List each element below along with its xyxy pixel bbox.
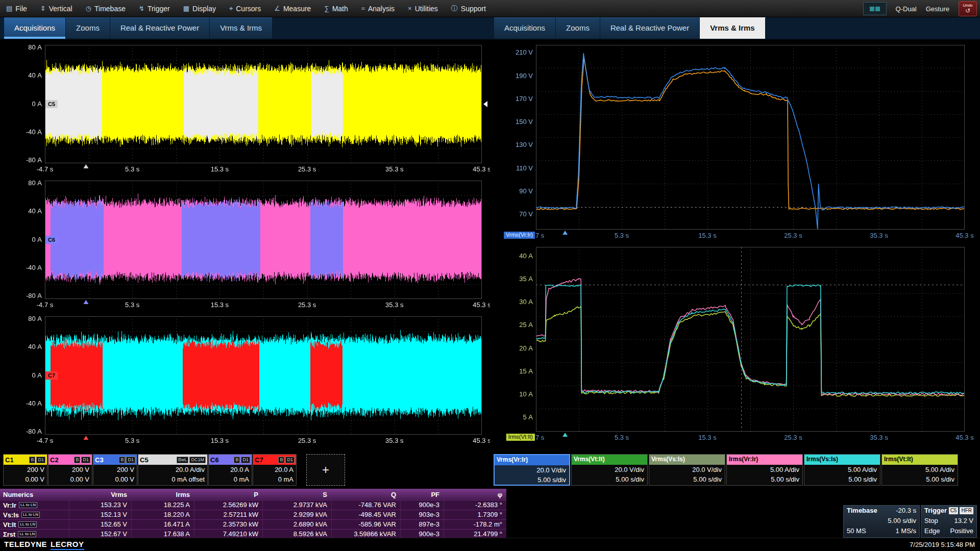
channel-c2-id: C2 — [50, 456, 59, 464]
menu-bar: ▤File ⇕Vertical ◷Timebase ↯Trigger ▦Disp… — [0, 0, 980, 17]
qdual-label[interactable]: Q-Dual — [896, 5, 917, 13]
tab-left-acquisitions[interactable]: Acquisitions — [4, 17, 66, 39]
function-body: 20.0 V/div5.00 s/div — [649, 465, 725, 485]
tab-group-left: Acquisitions Zooms Real & Reactive Power… — [4, 17, 273, 39]
channel-c7-id: C7 — [255, 456, 263, 464]
ll-to-ln-badge: LL to LN — [18, 521, 37, 528]
analysis-icon: ≈ — [361, 5, 365, 12]
timebase-offset: -20.3 s — [896, 506, 916, 516]
ll-to-ln-badge: LL to LN — [18, 531, 36, 537]
add-trace-button[interactable]: + — [306, 454, 345, 486]
support-icon: ⓘ — [451, 4, 458, 13]
left-waveform-plot-3[interactable] — [2, 312, 490, 446]
function-box-vrms-vt-it[interactable]: Vrms(Vt:It) 20.0 V/div5.00 s/div — [571, 454, 648, 486]
channel-c2-body: 200 V0.00 V — [48, 465, 92, 485]
tab-right-real-reactive-power[interactable]: Real & Reactive Power — [600, 17, 700, 39]
menu-support-label: Support — [461, 5, 486, 13]
tab-right-zooms[interactable]: Zooms — [556, 17, 600, 39]
scope-screen-left — [870, 7, 874, 11]
function-body: 20.0 V/div5.00 s/div — [572, 465, 647, 485]
q-value: -585.96 VAR — [331, 520, 400, 529]
tab-left-vrms-irms[interactable]: Vrms & Irms — [210, 17, 273, 39]
menu-math[interactable]: ∑Math — [324, 5, 348, 13]
menu-measure[interactable]: ∠Measure — [274, 5, 311, 13]
tab-right-vrms-irms[interactable]: Vrms & Irms — [700, 17, 766, 39]
menu-cursors[interactable]: ⌖Cursors — [229, 5, 261, 13]
numerics-header-title: Numerics — [0, 491, 69, 498]
function-header: Vrms(Vs:Is) — [649, 455, 725, 465]
numerics-header-p: P — [194, 491, 262, 498]
trigger-type: Edge — [924, 526, 940, 536]
brand-lecroy: LECROY — [51, 540, 84, 550]
brand-teledyne: TELEDYNE — [4, 540, 47, 548]
channel-c6-body: 20.0 A0 mA — [209, 465, 252, 485]
row-label: Vs:Is — [3, 511, 19, 519]
trigger-slope: Positive — [950, 526, 973, 536]
channel-c1-id: C1 — [5, 456, 14, 464]
channel-box-c5[interactable]: C5 BwLDC1M 20.0 A/div0 mA offset — [138, 454, 208, 486]
menu-support[interactable]: ⓘSupport — [451, 4, 486, 13]
menu-timebase[interactable]: ◷Timebase — [86, 5, 126, 13]
ll-to-ln-badge: LL to LN — [21, 512, 40, 518]
menu-trigger[interactable]: ↯Trigger — [139, 5, 170, 13]
channel-box-c3[interactable]: C3 BD1 200 V0.00 V — [93, 454, 137, 486]
menu-display[interactable]: ▦Display — [183, 5, 216, 13]
bandwidth-badge: B — [234, 457, 240, 463]
s-value: 2.9299 kVA — [262, 510, 331, 519]
gesture-label[interactable]: Gesture — [926, 5, 949, 13]
menu-math-label: Math — [332, 5, 348, 13]
left-waveform-plot-2[interactable] — [2, 177, 490, 310]
datetime-display: 7/25/2019 5:15:48 PM — [910, 541, 975, 548]
trigger-summary-box[interactable]: TriggerC5HFR Stop13.2 V EdgePositive — [921, 505, 977, 538]
channel-box-c2[interactable]: C2 BD1 200 V0.00 V — [48, 454, 92, 486]
numerics-header-s: S — [262, 491, 331, 498]
phi-value: 1.7309 ° — [444, 510, 506, 519]
undo-button[interactable]: Undo ↺ — [959, 1, 977, 16]
tab-left-real-reactive-power[interactable]: Real & Reactive Power — [110, 17, 210, 39]
tab-right-acquisitions[interactable]: Acquisitions — [494, 17, 556, 39]
function-box-irms-vt-it[interactable]: Irms(Vt:It) 5.00 A/div5.00 s/div — [881, 454, 958, 486]
scope-thumbnail[interactable] — [863, 2, 887, 15]
p-value: 2.57211 kW — [194, 510, 262, 519]
vrms-value: 152.65 V — [69, 520, 131, 529]
function-header: Irms(Vt:It) — [882, 455, 958, 465]
phi-value: -2.6383 ° — [444, 500, 506, 510]
p-value: 2.56269 kW — [194, 500, 262, 510]
menu-file[interactable]: ▤File — [6, 5, 27, 13]
channel-c7-body: 20.0 A0 mA — [253, 465, 296, 485]
numerics-header-phi: φ — [444, 491, 506, 498]
irms-value: 16.471 A — [131, 520, 194, 529]
deskew-badge: D1 — [241, 457, 250, 463]
ll-to-ln-badge: LL to LN — [19, 502, 37, 508]
bandwidth-badge: B — [278, 457, 284, 463]
vrms-value: 152.13 V — [69, 510, 131, 519]
menu-trigger-label: Trigger — [148, 5, 170, 13]
irms-trend-plot[interactable] — [491, 243, 978, 443]
function-body: 5.00 A/div5.00 s/div — [727, 465, 802, 485]
function-body: 5.00 A/div5.00 s/div — [804, 465, 880, 485]
timebase-summary-box[interactable]: Timebase-20.3 s 5.00 s/div 50 MS1 MS/s — [843, 505, 920, 538]
left-waveform-plot-1[interactable] — [2, 41, 490, 174]
numerics-row-vr-ir: Vr:IrLL to LN 153.23 V 18.225 A 2.56269 … — [0, 500, 506, 510]
s-value: 2.9737 kVA — [262, 500, 331, 510]
timebase-samplerate: 1 MS/s — [896, 526, 916, 536]
function-box-irms-vs-is[interactable]: Irms(Vs:Is) 5.00 A/div5.00 s/div — [804, 454, 880, 486]
menu-utilities[interactable]: ×Utilities — [408, 5, 438, 13]
channel-box-c7[interactable]: C7 BD1 20.0 A0 mA — [253, 454, 297, 486]
vrms-trend-plot[interactable] — [491, 41, 978, 241]
q-value: -498.45 VAR — [331, 510, 400, 519]
channel-box-c6[interactable]: C6 BD1 20.0 A0 mA — [208, 454, 252, 486]
channel-box-c1[interactable]: C1 BD1 200 V0.00 V — [3, 454, 47, 486]
function-body: 5.00 A/div5.00 s/div — [882, 465, 958, 485]
menu-vertical[interactable]: ⇕Vertical — [40, 5, 72, 13]
function-box-vrms-vs-is[interactable]: Vrms(Vs:Is) 20.0 V/div5.00 s/div — [649, 454, 725, 486]
function-box-irms-vr-ir[interactable]: Irms(Vr:Ir) 5.00 A/div5.00 s/div — [726, 454, 803, 486]
function-box-vrms-vr-ir[interactable]: Vrms(Vr:Ir) 20.0 V/div5.00 s/div — [494, 454, 570, 486]
bandwidth-badge: B — [74, 457, 80, 463]
menu-analysis[interactable]: ≈Analysis — [361, 5, 395, 13]
timebase-scale: 5.00 s/div — [888, 516, 916, 526]
deskew-badge: D1 — [81, 457, 90, 463]
tab-left-zooms[interactable]: Zooms — [66, 17, 110, 39]
pf-value: 900e-3 — [400, 500, 444, 510]
channel-c5-header: C5 BwLDC1M — [138, 455, 207, 465]
